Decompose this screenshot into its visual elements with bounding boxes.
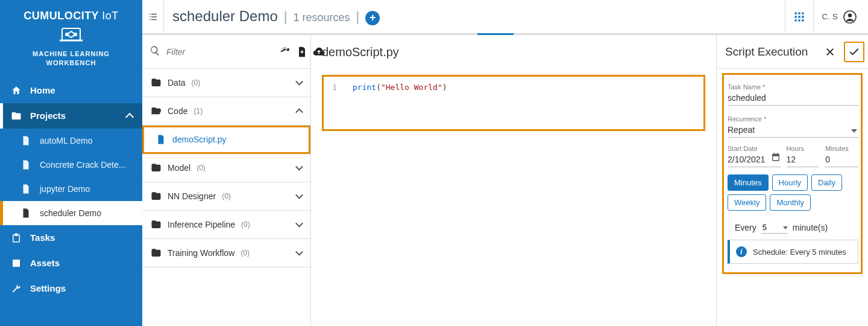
main: scheduler Demo | 1 resources | + C. S xyxy=(142,0,868,326)
token-fn: print xyxy=(353,83,376,92)
folder-code-label: Code xyxy=(168,106,187,116)
file-demoscript[interactable]: demoScript.py xyxy=(142,126,310,154)
folder-data[interactable]: Data (0) xyxy=(142,69,310,97)
folder-training[interactable]: Training Workflow (0) xyxy=(142,239,310,267)
chip-daily[interactable]: Daily xyxy=(811,174,842,191)
refresh-button[interactable] xyxy=(279,46,291,58)
nav-project-scheduler-label: scheduler Demo xyxy=(40,208,101,218)
crumb-sep: | xyxy=(284,9,288,25)
code-panel: demoScript.py 1 print("Hello World") xyxy=(311,35,716,326)
nav-projects[interactable]: Projects xyxy=(0,103,142,129)
breadcrumb: scheduler Demo | 1 resources | + xyxy=(164,8,388,25)
code-line-1: 1 print("Hello World") xyxy=(324,82,703,93)
new-file-button[interactable] xyxy=(296,46,308,58)
nav-project-automl[interactable]: autoML Demo xyxy=(0,129,142,153)
filter-input[interactable] xyxy=(165,46,274,57)
nav-tasks[interactable]: Tasks xyxy=(0,225,142,251)
folder-nn-count: (0) xyxy=(222,192,231,200)
crumb-sep2: | xyxy=(356,9,360,25)
user-menu[interactable]: C. S xyxy=(814,10,864,24)
home-icon xyxy=(11,85,22,96)
task-name-label: Task Name xyxy=(728,83,858,91)
folder-inference[interactable]: Inference Pipeline (0) xyxy=(142,211,310,239)
brand: CUMULOCITY IoT MACHINE LEARNING WORKBENC… xyxy=(0,0,142,72)
recurrence-select[interactable] xyxy=(728,123,858,138)
start-date-label: Start Date xyxy=(728,145,781,152)
code-editor[interactable]: 1 print("Hello World") xyxy=(322,75,705,131)
brand-title: CUMULOCITY IoT xyxy=(6,10,136,22)
nav-tasks-label: Tasks xyxy=(30,232,55,243)
folder-icon xyxy=(151,248,162,258)
minutes-label: Minutes xyxy=(825,145,858,152)
folder-code-count: (1) xyxy=(193,107,203,115)
code-content: print("Hello World") xyxy=(353,83,447,92)
hours-input[interactable] xyxy=(787,152,820,167)
exec-header: Script Execution xyxy=(717,35,868,69)
nav-home[interactable]: Home xyxy=(0,78,142,103)
token-string: "Hello World" xyxy=(381,83,442,92)
file-icon xyxy=(20,135,31,146)
every-unit: minute(s) xyxy=(793,223,828,232)
execution-panel: Script Execution Task Name Recurrence S xyxy=(716,35,868,326)
folder-icon xyxy=(151,219,162,230)
confirm-button[interactable] xyxy=(844,42,864,62)
nav-project-jupyter[interactable]: jupyter Demo xyxy=(0,177,142,201)
nav-project-concrete[interactable]: Concrete Crack Dete... xyxy=(0,153,142,177)
app-switcher[interactable] xyxy=(785,0,814,34)
every-row: Every minute(s) xyxy=(735,222,858,234)
file-toolbar xyxy=(142,35,310,69)
add-resource-button[interactable]: + xyxy=(365,11,380,25)
exec-form: Task Name Recurrence Start Date xyxy=(724,75,861,272)
recurrence-value xyxy=(728,123,858,138)
task-name-input[interactable] xyxy=(728,91,858,106)
chip-weekly[interactable]: Weekly xyxy=(728,194,766,211)
folder-model-count: (0) xyxy=(197,164,206,172)
brand-subtitle-1: MACHINE LEARNING xyxy=(6,50,136,59)
chip-hourly[interactable]: Hourly xyxy=(772,174,808,191)
brand-logo-icon xyxy=(6,26,136,46)
nav-projects-children: autoML Demo Concrete Crack Dete... jupyt… xyxy=(0,129,142,225)
chevron-down-icon xyxy=(295,191,303,199)
tab-indicator xyxy=(142,34,868,35)
nav-home-label: Home xyxy=(30,85,55,95)
calendar-icon[interactable] xyxy=(771,152,781,164)
schedule-info: i Schedule: Every 5 minutes xyxy=(728,240,858,264)
interval-chips: Minutes Hourly Daily Weekly Monthly xyxy=(728,174,858,211)
wrench-icon xyxy=(11,283,22,294)
chip-monthly[interactable]: Monthly xyxy=(770,194,811,211)
info-icon: i xyxy=(736,246,747,257)
folder-nn[interactable]: NN Designer (0) xyxy=(142,182,310,211)
chevron-down-icon xyxy=(295,248,303,256)
folder-code[interactable]: Code (1) xyxy=(142,97,310,126)
folder-inference-label: Inference Pipeline xyxy=(168,220,235,229)
chip-minutes[interactable]: Minutes xyxy=(728,174,769,191)
folder-icon xyxy=(151,191,162,202)
every-select[interactable] xyxy=(761,222,788,234)
file-panel: Data (0) Code (1) demoScript.py Model xyxy=(142,35,311,326)
folder-training-count: (0) xyxy=(241,249,250,257)
close-button[interactable] xyxy=(820,42,840,62)
token-lparen: ( xyxy=(376,83,381,92)
exec-title: Script Execution xyxy=(725,45,816,59)
token-rparen: ) xyxy=(442,83,447,92)
nav-project-automl-label: autoML Demo xyxy=(40,136,92,145)
toggle-list-icon[interactable] xyxy=(142,0,164,34)
brand-subtitle-2: WORKBENCH xyxy=(6,59,136,68)
chevron-up-icon xyxy=(295,108,303,116)
file-icon xyxy=(156,134,166,145)
folder-data-count: (0) xyxy=(192,78,201,87)
chevron-down-icon xyxy=(295,220,303,228)
sidebar: CUMULOCITY IoT MACHINE LEARNING WORKBENC… xyxy=(0,0,142,326)
svg-point-4 xyxy=(848,13,852,17)
user-avatar-icon xyxy=(843,10,857,24)
folder-model-label: Model xyxy=(168,163,190,173)
folder-icon xyxy=(11,110,22,121)
minutes-input[interactable] xyxy=(825,152,858,167)
folder-open-icon xyxy=(151,106,162,117)
file-icon xyxy=(20,159,31,170)
nav-settings[interactable]: Settings xyxy=(0,276,142,301)
nav-project-scheduler[interactable]: scheduler Demo xyxy=(0,201,142,225)
nav-assets[interactable]: Assets xyxy=(0,251,142,276)
nav-assets-label: Assets xyxy=(30,258,60,268)
folder-model[interactable]: Model (0) xyxy=(142,154,310,182)
